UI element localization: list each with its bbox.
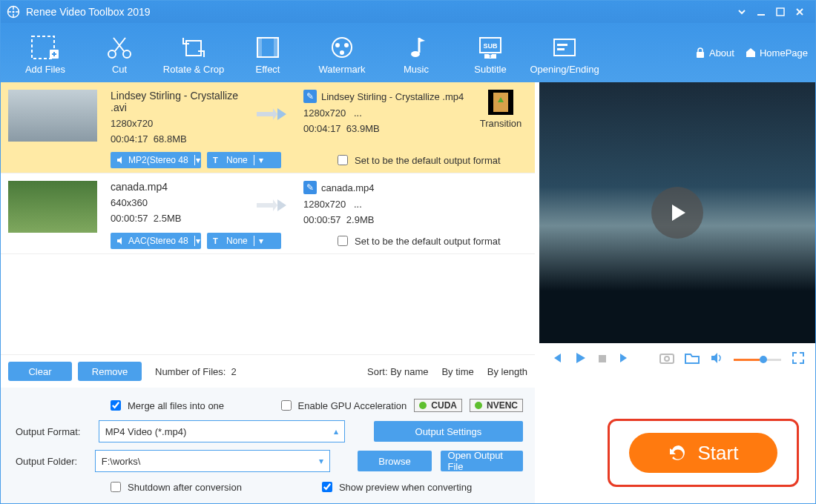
svg-point-15 [340, 50, 344, 55]
homepage-link[interactable]: HomePage [745, 47, 808, 59]
remove-button[interactable]: Remove [78, 362, 142, 381]
output-resolution: 1280x720 [303, 199, 346, 210]
audio-select[interactable]: MP2(Stereo 48 ▾ [111, 152, 201, 168]
start-button[interactable]: Start [629, 433, 777, 473]
clear-button[interactable]: Clear [8, 362, 72, 381]
play-button[interactable] [573, 351, 587, 368]
fullscreen-button[interactable] [792, 351, 805, 368]
svg-rect-3 [777, 8, 784, 16]
tool-rotate-crop[interactable]: Rotate & Crop [157, 31, 231, 75]
watermark-icon [305, 31, 379, 64]
svg-rect-10 [257, 38, 262, 57]
tool-label: Add Files [8, 64, 82, 75]
convert-arrow-icon [251, 187, 296, 224]
chevron-up-icon: ▴ [334, 426, 338, 437]
lock-icon [694, 47, 706, 59]
file-count: 2 [231, 366, 237, 377]
svg-rect-11 [274, 38, 278, 57]
edit-icon[interactable]: ✎ [303, 90, 317, 103]
subtitle-select[interactable]: T None ▾ [207, 152, 281, 168]
sort-by-name[interactable]: By name [390, 366, 428, 377]
edit-icon[interactable]: ✎ [303, 181, 317, 194]
snapshot-button[interactable] [659, 352, 674, 368]
app-title: Renee Video Toolbox 2019 [26, 6, 151, 18]
tool-subtitle[interactable]: SUBT Subtitle [453, 31, 527, 75]
tool-label: Watermark [305, 64, 379, 75]
video-preview[interactable] [539, 82, 815, 343]
about-link[interactable]: About [694, 47, 734, 59]
action-bar: Clear Remove Number of Files: 2 Sort: By… [1, 354, 535, 388]
file-list: Lindsey Stirling - Crystallize .avi 1280… [1, 82, 535, 343]
audio-select[interactable]: AAC(Stereo 48 ▾ [111, 233, 201, 249]
file-row[interactable]: canada.mp4 640x360 00:00:57 2.5MB ✎ cana… [1, 173, 535, 254]
volume-icon [710, 352, 723, 368]
default-format-checkbox[interactable]: Set to be the default output format [335, 153, 501, 168]
title-bar: Renee Video Toolbox 2019 [1, 1, 815, 23]
bottom-panel: Clear Remove Number of Files: 2 Sort: By… [1, 354, 535, 503]
open-folder-button[interactable] [685, 352, 700, 368]
merge-checkbox[interactable]: Merge all files into one [108, 398, 224, 413]
cuda-badge: CUDA [414, 399, 462, 412]
transition-button[interactable]: Transition [474, 90, 527, 145]
output-size: 63.9MB [346, 123, 380, 134]
svg-point-16 [411, 51, 420, 57]
open-output-button[interactable]: Open Output File [441, 451, 523, 471]
tool-cut[interactable]: Cut [82, 31, 157, 75]
minimize-button[interactable] [751, 2, 771, 21]
settings-panel: Merge all files into one Enable GPU Acce… [1, 388, 535, 503]
svg-point-6 [108, 50, 116, 58]
shutdown-checkbox[interactable]: Shutdown after conversion [108, 480, 242, 494]
output-size: 2.9MB [346, 214, 375, 225]
scissors-icon [82, 31, 157, 64]
previous-button[interactable] [550, 351, 563, 368]
music-note-icon [379, 31, 453, 64]
svg-point-28 [665, 357, 669, 361]
svg-text:SUB: SUB [483, 42, 498, 50]
file-row[interactable]: Lindsey Stirling - Crystallize .avi 1280… [1, 82, 535, 173]
file-name: canada.mp4 [111, 181, 251, 193]
subtitle-select[interactable]: T None ▾ [207, 233, 281, 249]
default-format-checkbox[interactable]: Set to be the default output format [335, 233, 501, 248]
chevron-down-icon: ▾ [319, 456, 323, 466]
tool-label: Rotate & Crop [157, 64, 231, 75]
svg-rect-22 [557, 44, 567, 46]
dropdown-button[interactable] [732, 2, 751, 21]
next-button[interactable] [618, 351, 631, 368]
volume-slider[interactable] [734, 359, 781, 361]
app-logo-icon [7, 5, 20, 19]
sort-by-length[interactable]: By length [487, 366, 527, 377]
output-more[interactable]: ... [354, 107, 362, 119]
sort-by-time[interactable]: By time [441, 366, 473, 377]
tool-opening-ending[interactable]: Opening/Ending [527, 31, 602, 75]
tool-add-files[interactable]: Add Files [8, 31, 82, 75]
output-format-combo[interactable]: MP4 Video (*.mp4)▴ [99, 420, 345, 442]
output-resolution: 1280x720 [303, 107, 346, 119]
stop-button[interactable] [597, 352, 608, 368]
output-settings-button[interactable]: Output Settings [374, 421, 523, 442]
gpu-checkbox[interactable]: Enable GPU Acceleration [278, 398, 407, 413]
convert-arrow-icon [251, 96, 296, 133]
output-more[interactable]: ... [354, 199, 362, 210]
speaker-icon [116, 156, 125, 164]
tool-music[interactable]: Music [379, 31, 453, 75]
file-thumbnail [8, 181, 97, 233]
output-folder-combo[interactable]: F:\works\▾ [95, 450, 330, 472]
output-folder-label: Output Folder: [16, 456, 88, 467]
play-overlay-button[interactable] [651, 187, 703, 239]
chevron-down-icon: ▾ [194, 155, 201, 165]
transition-thumb-icon [488, 90, 513, 115]
maximize-button[interactable] [771, 2, 790, 21]
svg-point-7 [123, 50, 131, 58]
film-effect-icon [231, 31, 305, 64]
output-duration: 00:04:17 [303, 123, 341, 134]
svg-rect-2 [757, 14, 765, 16]
film-add-icon [8, 31, 82, 64]
browse-button[interactable]: Browse [358, 451, 431, 471]
file-name: Lindsey Stirling - Crystallize .avi [111, 90, 251, 113]
svg-point-14 [344, 43, 349, 47]
preview-checkbox[interactable]: Show preview when converting [319, 480, 472, 494]
tool-effect[interactable]: Effect [231, 31, 305, 75]
tool-watermark[interactable]: Watermark [305, 31, 379, 75]
close-button[interactable] [790, 2, 809, 21]
home-icon [745, 47, 757, 59]
